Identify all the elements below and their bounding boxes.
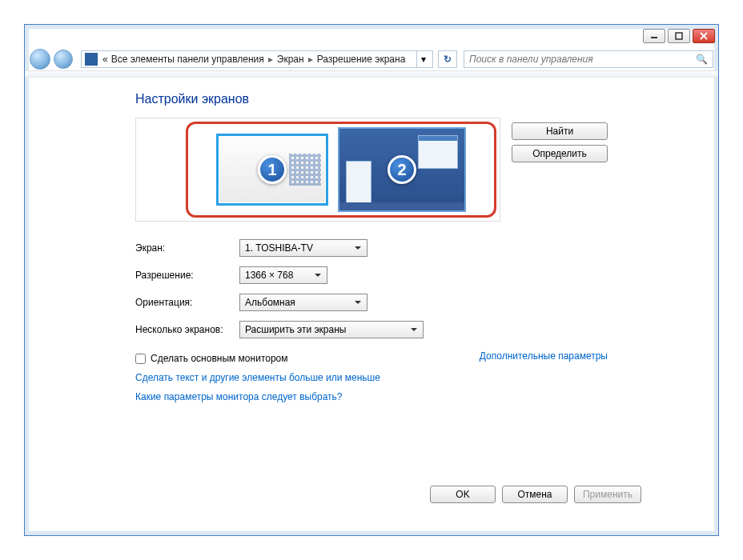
resolution-label: Разрешение: [135, 270, 239, 281]
window-icon [346, 161, 372, 204]
cancel-button[interactable]: Отмена [502, 486, 568, 503]
find-button[interactable]: Найти [512, 122, 608, 140]
search-input[interactable] [469, 54, 696, 65]
screen-select[interactable]: 1. TOSHIBA-TV [239, 239, 367, 257]
monitor-grid-icon [289, 154, 321, 186]
side-buttons: Найти Определить [512, 118, 608, 162]
menubar [25, 71, 718, 78]
control-panel-icon [85, 53, 98, 66]
window-icon [418, 135, 458, 169]
detect-button[interactable]: Определить [512, 145, 608, 162]
titlebar [25, 25, 718, 47]
multi-select[interactable]: Расширить эти экраны [239, 321, 424, 338]
monitor-1[interactable]: 1 [216, 134, 328, 206]
search-icon[interactable]: 🔍 [696, 54, 708, 65]
minimize-button[interactable] [643, 29, 665, 43]
taskbar-icon [339, 202, 464, 210]
multi-value: Расширить эти экраны [245, 324, 346, 335]
breadcrumb-item[interactable]: Все элементы панели управления [111, 54, 264, 65]
monitor-number: 2 [388, 155, 416, 184]
breadcrumb-item[interactable]: Экран [277, 54, 304, 65]
orientation-label: Ориентация: [135, 297, 239, 308]
orientation-value: Альбомная [245, 297, 295, 308]
chevron-right-icon: ▸ [268, 54, 273, 65]
refresh-button[interactable]: ↻ [438, 50, 457, 68]
orientation-select[interactable]: Альбомная [239, 294, 367, 311]
close-button[interactable] [693, 29, 715, 43]
primary-checkbox-label: Сделать основным монитором [151, 353, 288, 364]
page-title: Настройки экранов [135, 92, 608, 106]
resolution-select[interactable]: 1366 × 768 [239, 266, 327, 284]
screen-label: Экран: [135, 242, 239, 254]
breadcrumb[interactable]: « Все элементы панели управления ▸ Экран… [81, 50, 433, 68]
search-box[interactable]: 🔍 [464, 50, 713, 68]
chevron-right-icon: ▸ [308, 54, 313, 65]
callout-highlight: 1 2 [186, 122, 496, 218]
svg-rect-1 [676, 33, 682, 39]
preview-row: 1 2 Найти Определить [135, 118, 608, 222]
breadcrumb-item[interactable]: Разрешение экрана [317, 54, 406, 65]
primary-checkbox[interactable] [135, 354, 146, 364]
window: « Все элементы панели управления ▸ Экран… [24, 24, 719, 536]
monitor-2[interactable]: 2 [338, 127, 466, 212]
footer-buttons: OK Отмена Применить [430, 486, 641, 503]
multi-label: Несколько экранов: [135, 324, 239, 335]
display-preview: 1 2 [135, 118, 500, 222]
primary-checkbox-row: Сделать основным монитором [135, 353, 288, 364]
which-settings-link[interactable]: Какие параметры монитора следует выбрать… [135, 391, 343, 402]
maximize-button[interactable] [668, 29, 690, 43]
advanced-link[interactable]: Дополнительные параметры [480, 350, 608, 362]
settings-form: Экран: 1. TOSHIBA-TV Разрешение: 1366 × … [135, 239, 608, 402]
screen-value: 1. TOSHIBA-TV [245, 242, 313, 254]
monitor-number: 1 [258, 155, 287, 184]
breadcrumb-sep: « [102, 54, 108, 65]
breadcrumb-dropdown[interactable]: ▾ [416, 51, 429, 67]
resolution-value: 1366 × 768 [245, 270, 293, 281]
nav-back-button[interactable] [30, 49, 50, 70]
ok-button[interactable]: OK [430, 486, 496, 503]
nav-forward-button[interactable] [54, 50, 73, 69]
apply-button[interactable]: Применить [574, 486, 641, 503]
navbar: « Все элементы панели управления ▸ Экран… [25, 47, 718, 71]
content: Настройки экранов 1 2 Найти [25, 78, 718, 410]
textsize-link[interactable]: Сделать текст и другие элементы больше и… [135, 372, 380, 383]
